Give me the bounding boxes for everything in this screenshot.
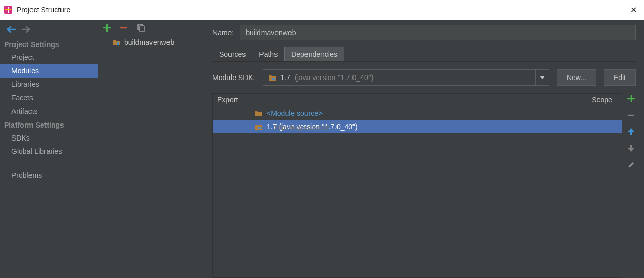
sdk-version-text: (java version "1.7.0_40"): [295, 73, 373, 82]
row-label: <Module source>: [267, 109, 323, 117]
nav-item-problems[interactable]: Problems: [0, 168, 98, 182]
module-detail-panel: Name: Sources Paths Dependencies Module …: [204, 20, 644, 278]
move-down-icon[interactable]: [626, 144, 636, 153]
remove-icon[interactable]: [120, 24, 127, 32]
row-label: 1.7 (java version "1.7.0_40"): [267, 122, 358, 131]
module-tree-toolbar: [98, 20, 204, 36]
edit-dependency-icon[interactable]: [626, 160, 636, 169]
nav-item-libraries[interactable]: Libraries: [0, 78, 98, 91]
nav-section-platform-settings: Platform Settings: [0, 118, 98, 131]
dependencies-body: <Module source> 1.7 (java version "1.7.0…: [213, 106, 622, 277]
titlebar: Project Structure ✕: [0, 0, 644, 20]
nav-item-facets[interactable]: Facets: [0, 91, 98, 104]
module-tabs: Sources Paths Dependencies: [212, 47, 636, 62]
svg-rect-2: [5, 9, 11, 10]
module-sdk-row: Module SDK: 1.7 (java version "1.7.0_40"…: [212, 69, 636, 86]
back-icon[interactable]: [6, 26, 16, 33]
nav-history-arrows: [0, 23, 98, 37]
module-sdk-label: Module SDK:: [212, 73, 255, 82]
edit-sdk-button[interactable]: Edit: [604, 69, 636, 86]
module-name-label: buildmavenweb: [124, 38, 174, 47]
module-sdk-select[interactable]: 1.7 (java version "1.7.0_40"): [263, 69, 536, 86]
col-scope[interactable]: Scope: [582, 94, 622, 106]
nav-item-modules[interactable]: Modules: [0, 64, 98, 78]
dependencies-header: Export Scope: [213, 94, 622, 106]
svg-rect-4: [140, 26, 144, 32]
svg-rect-5: [117, 42, 119, 45]
col-name: [250, 94, 582, 106]
jdk-folder-icon: [254, 123, 263, 130]
nav-gap: [0, 158, 98, 168]
content: Project Settings Project Modules Librari…: [0, 20, 644, 278]
svg-rect-7: [258, 127, 261, 129]
left-sidebar: Project Settings Project Modules Librari…: [0, 20, 98, 278]
module-name-input[interactable]: [240, 25, 636, 40]
col-export[interactable]: Export: [213, 94, 250, 106]
module-name-label-text: Name:: [212, 28, 234, 37]
dependencies-table: Export Scope <Module source>: [212, 93, 622, 278]
sdk-dropdown-caret[interactable]: [536, 69, 549, 86]
jdk-folder-icon: [268, 74, 277, 81]
module-tree-item[interactable]: buildmavenweb: [98, 36, 204, 49]
table-row[interactable]: <Module source>: [213, 106, 622, 120]
forward-icon[interactable]: [22, 26, 31, 33]
module-name-row: Name:: [212, 25, 636, 40]
module-folder-icon: [113, 39, 121, 46]
window-title: Project Structure: [17, 6, 70, 14]
nav-item-project[interactable]: Project: [0, 51, 98, 64]
add-dependency-icon[interactable]: [626, 94, 636, 103]
new-sdk-button[interactable]: New...: [557, 69, 596, 86]
svg-rect-6: [272, 78, 275, 80]
table-row[interactable]: 1.7 (java version "1.7.0_40"): [213, 120, 622, 133]
tab-paths[interactable]: Paths: [252, 47, 284, 61]
nav-item-sdks[interactable]: SDKs: [0, 131, 98, 145]
move-up-icon[interactable]: [626, 127, 636, 136]
tab-dependencies[interactable]: Dependencies: [284, 47, 344, 61]
app-icon: [4, 6, 12, 14]
module-tree-panel: buildmavenweb: [98, 20, 204, 278]
dependency-side-buttons: [626, 93, 636, 278]
sdk-name-text: 1.7: [281, 73, 290, 82]
nav-item-artifacts[interactable]: Artifacts: [0, 104, 98, 118]
source-folder-icon: [254, 110, 263, 117]
tab-sources[interactable]: Sources: [212, 47, 252, 61]
copy-icon[interactable]: [136, 24, 145, 32]
add-icon[interactable]: [103, 24, 111, 32]
dependencies-area: Export Scope <Module source>: [212, 93, 636, 278]
close-icon[interactable]: ✕: [627, 5, 640, 15]
nav-item-global-libraries[interactable]: Global Libraries: [0, 145, 98, 158]
nav-section-project-settings: Project Settings: [0, 37, 98, 51]
remove-dependency-icon[interactable]: [626, 111, 636, 120]
